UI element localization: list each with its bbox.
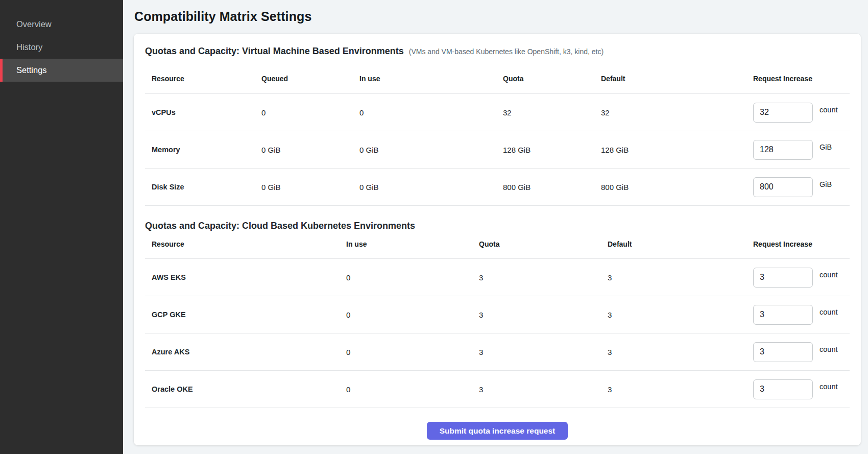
resource-label: Oracle OKE xyxy=(145,385,346,393)
default-value: 3 xyxy=(608,273,753,282)
request-increase-cell: count xyxy=(753,305,850,325)
table-row-memory: Memory 0 GiB 0 GiB 128 GiB 128 GiB GiB xyxy=(145,131,850,169)
request-increase-cell: GiB xyxy=(753,140,850,160)
sidebar-item-history[interactable]: History xyxy=(0,36,123,59)
default-value: 32 xyxy=(601,108,753,117)
cloud-table-header-row: Resource In use Quota Default Request In… xyxy=(145,232,850,259)
cloud-col-default: Default xyxy=(608,240,753,248)
quota-value: 800 GiB xyxy=(503,183,601,192)
default-value: 128 GiB xyxy=(601,146,753,154)
queued-value: 0 xyxy=(261,108,359,117)
vm-quota-table: Resource Queued In use Quota Default Req… xyxy=(145,57,850,206)
aws-eks-request-input[interactable] xyxy=(753,268,813,288)
sidebar-item-settings[interactable]: Settings xyxy=(0,59,123,82)
default-value: 3 xyxy=(608,310,753,319)
vm-table-header-row: Resource Queued In use Quota Default Req… xyxy=(145,57,850,94)
quota-settings-card: Quotas and Capacity: Virtual Machine Bas… xyxy=(134,34,861,445)
cloud-col-quota: Quota xyxy=(479,240,608,248)
resource-label: Memory xyxy=(145,146,261,154)
quota-value: 3 xyxy=(479,385,608,394)
cloud-quota-table: Resource In use Quota Default Request In… xyxy=(145,232,850,408)
unit-label: count xyxy=(819,106,837,114)
vm-col-in-use: In use xyxy=(359,75,503,83)
table-row-azure-aks: Azure AKS 0 3 3 count xyxy=(145,333,850,371)
request-increase-cell: GiB xyxy=(753,177,850,197)
unit-label: GiB xyxy=(819,143,832,151)
azure-aks-request-input[interactable] xyxy=(753,342,813,362)
quota-value: 3 xyxy=(479,310,608,319)
unit-label: count xyxy=(819,308,837,316)
request-increase-cell: count xyxy=(753,342,850,362)
request-increase-cell: count xyxy=(753,268,850,288)
cloud-section-header: Quotas and Capacity: Cloud Based Kuberne… xyxy=(145,221,850,232)
vm-col-quota: Quota xyxy=(503,75,601,83)
in-use-value: 0 xyxy=(346,348,479,356)
in-use-value: 0 xyxy=(359,108,503,117)
vm-col-request-increase: Request Increase xyxy=(753,75,850,83)
table-row-vcpus: vCPUs 0 0 32 32 count xyxy=(145,94,850,131)
vm-section-header: Quotas and Capacity: Virtual Machine Bas… xyxy=(145,46,850,57)
table-row-aws-eks: AWS EKS 0 3 3 count xyxy=(145,259,850,296)
quota-value: 32 xyxy=(503,108,601,117)
sidebar: Overview History Settings xyxy=(0,0,123,454)
table-row-disk-size: Disk Size 0 GiB 0 GiB 800 GiB 800 GiB Gi… xyxy=(145,169,850,206)
cloud-col-in-use: In use xyxy=(346,240,479,248)
resource-label: Disk Size xyxy=(145,183,261,191)
default-value: 800 GiB xyxy=(601,183,753,192)
vm-section-title: Quotas and Capacity: Virtual Machine Bas… xyxy=(145,46,404,57)
vm-col-resource: Resource xyxy=(145,75,261,83)
vm-section-subtitle: (VMs and VM-based Kubernetes like OpenSh… xyxy=(409,47,604,56)
in-use-value: 0 GiB xyxy=(359,146,503,154)
cloud-col-request-increase: Request Increase xyxy=(753,240,850,248)
submit-quota-increase-button[interactable]: Submit quota increase request xyxy=(427,422,568,440)
in-use-value: 0 xyxy=(346,310,479,319)
in-use-value: 0 GiB xyxy=(359,183,503,192)
default-value: 3 xyxy=(608,348,753,356)
quota-value: 128 GiB xyxy=(503,146,601,154)
quota-value: 3 xyxy=(479,273,608,282)
queued-value: 0 GiB xyxy=(261,183,359,192)
cloud-section-title: Quotas and Capacity: Cloud Based Kuberne… xyxy=(145,221,415,231)
resource-label: vCPUs xyxy=(145,108,261,116)
vm-col-queued: Queued xyxy=(261,75,359,83)
in-use-value: 0 xyxy=(346,385,479,394)
unit-label: count xyxy=(819,345,837,353)
queued-value: 0 GiB xyxy=(261,146,359,154)
resource-label: GCP GKE xyxy=(145,310,346,319)
default-value: 3 xyxy=(608,385,753,394)
request-increase-cell: count xyxy=(753,103,850,123)
in-use-value: 0 xyxy=(346,273,479,282)
main-content: Compatibility Matrix Settings Quotas and… xyxy=(123,0,868,454)
vcpus-request-input[interactable] xyxy=(753,103,813,123)
sidebar-item-overview[interactable]: Overview xyxy=(0,13,123,36)
unit-label: GiB xyxy=(819,180,832,188)
request-increase-cell: count xyxy=(753,379,850,399)
quota-value: 3 xyxy=(479,348,608,356)
resource-label: AWS EKS xyxy=(145,273,346,281)
gcp-gke-request-input[interactable] xyxy=(753,305,813,325)
cloud-col-resource: Resource xyxy=(145,240,346,248)
table-row-gcp-gke: GCP GKE 0 3 3 count xyxy=(145,296,850,333)
submit-button-row: Submit quota increase request xyxy=(145,422,850,440)
disk-size-request-input[interactable] xyxy=(753,177,813,197)
table-row-oracle-oke: Oracle OKE 0 3 3 count xyxy=(145,371,850,408)
memory-request-input[interactable] xyxy=(753,140,813,160)
oracle-oke-request-input[interactable] xyxy=(753,379,813,399)
unit-label: count xyxy=(819,271,837,279)
vm-col-default: Default xyxy=(601,75,753,83)
resource-label: Azure AKS xyxy=(145,348,346,356)
page-title: Compatibility Matrix Settings xyxy=(134,9,861,24)
unit-label: count xyxy=(819,383,837,391)
